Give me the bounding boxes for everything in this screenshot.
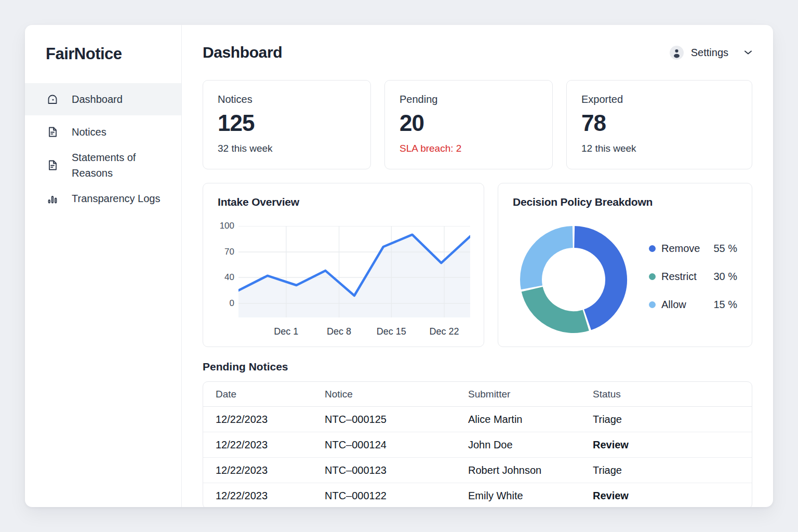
column-header-submitter: Submitter — [468, 389, 593, 400]
table-row[interactable]: 12/22/2023NTC–000125Alice MartinTriage — [203, 407, 752, 432]
page-title: Dashboard — [203, 44, 282, 61]
x-axis-tick: Dec 8 — [316, 326, 363, 337]
cell-date: 12/22/2023 — [216, 490, 325, 502]
app-window: FairNotice Dashboard Notices Statements … — [25, 25, 773, 507]
sidebar-item-label: Transparency Logs — [72, 191, 160, 206]
legend-row-allow: Allow 15 % — [649, 299, 737, 311]
stat-card-pending: Pending 20 SLA breach: 2 — [384, 80, 553, 169]
chevron-down-icon — [744, 50, 752, 55]
legend-value: 30 % — [713, 271, 737, 283]
sidebar-item-label: Notices — [72, 124, 107, 140]
table-body: 12/22/2023NTC–000125Alice MartinTriage12… — [203, 407, 752, 507]
legend-dot — [649, 273, 656, 280]
intake-overview-card: Intake Overview 10070400Dec 1Dec 8Dec 15… — [203, 183, 484, 347]
y-axis-tick: 0 — [217, 298, 234, 309]
sidebar: FairNotice Dashboard Notices Statements … — [25, 25, 182, 507]
donut-ring — [519, 225, 628, 334]
cell-notice: NTC–000122 — [325, 490, 468, 502]
page-header: Dashboard Settings — [203, 25, 752, 80]
legend-dot — [649, 301, 656, 308]
sidebar-item-dashboard[interactable]: Dashboard — [25, 83, 181, 115]
main-content: Dashboard Settings Notices 125 32 this w… — [182, 25, 773, 507]
cell-notice: NTC–000125 — [325, 414, 468, 425]
stat-value: 78 — [581, 110, 737, 136]
sidebar-item-statements-of-reasons[interactable]: Statements of Reasons — [25, 149, 181, 182]
stat-label: Exported — [581, 94, 737, 105]
stat-value: 125 — [218, 110, 356, 136]
chart-title: Intake Overview — [218, 196, 469, 208]
cell-status: Review — [593, 490, 752, 502]
legend-label: Restrict — [661, 271, 708, 283]
charts-row: Intake Overview 10070400Dec 1Dec 8Dec 15… — [203, 183, 752, 347]
stat-card-notices: Notices 125 32 this week — [203, 80, 371, 169]
y-axis-tick: 100 — [217, 221, 234, 231]
line-chart-svg — [238, 226, 470, 317]
table-title: Pending Notices — [203, 361, 752, 373]
dashboard-icon — [46, 92, 59, 106]
x-axis-tick: Dec 1 — [263, 326, 310, 337]
donut-segment-remove — [575, 237, 616, 320]
donut-legend: Remove 55 % Restrict 30 % Allow 15 % — [649, 243, 737, 334]
cell-status: Triage — [593, 464, 752, 476]
pending-notices-table: DateNoticeSubmitterStatus 12/22/2023NTC–… — [203, 381, 752, 507]
cell-submitter: Emily White — [468, 490, 593, 502]
cell-submitter: Alice Martin — [468, 414, 593, 425]
table-row[interactable]: 12/22/2023NTC–000124John DoeReview — [203, 432, 752, 458]
cell-notice: NTC–000123 — [325, 464, 468, 476]
legend-value: 55 % — [713, 243, 737, 255]
column-header-status: Status — [593, 389, 752, 400]
bar-chart-icon — [46, 192, 59, 205]
legend-row-restrict: Restrict 30 % — [649, 271, 737, 283]
legend-label: Remove — [661, 243, 708, 255]
sidebar-item-label: Statements of Reasons — [72, 150, 176, 181]
sidebar-nav: Dashboard Notices Statements of Reasons … — [25, 83, 181, 215]
cell-status: Review — [593, 439, 752, 451]
sla-breach-text: SLA breach: 2 — [400, 143, 538, 154]
document-icon — [46, 158, 59, 172]
y-axis-tick: 40 — [217, 272, 234, 283]
table-row[interactable]: 12/22/2023NTC–000123Robert JohnsonTriage — [203, 458, 752, 483]
sidebar-item-notices[interactable]: Notices — [25, 115, 181, 149]
donut-segment-allow — [531, 237, 573, 287]
legend-dot — [649, 245, 656, 252]
column-header-notice: Notice — [325, 389, 468, 400]
donut-chart: Remove 55 % Restrict 30 % Allow 15 % — [513, 208, 737, 334]
legend-label: Allow — [661, 299, 708, 311]
stat-label: Notices — [218, 94, 356, 105]
cell-date: 12/22/2023 — [216, 414, 325, 425]
x-axis-tick: Dec 15 — [368, 326, 415, 337]
y-axis-tick: 70 — [217, 247, 234, 257]
column-header-date: Date — [216, 389, 325, 400]
cell-date: 12/22/2023 — [216, 439, 325, 451]
settings-label: Settings — [691, 47, 728, 59]
line-chart: 10070400Dec 1Dec 8Dec 15Dec 22 — [238, 226, 470, 317]
legend-value: 15 % — [713, 299, 737, 311]
stat-label: Pending — [400, 94, 538, 105]
document-icon — [46, 125, 59, 139]
cell-notice: NTC–000124 — [325, 439, 468, 451]
cell-submitter: John Doe — [468, 439, 593, 451]
table-row[interactable]: 12/22/2023NTC–000122Emily WhiteReview — [203, 483, 752, 507]
cell-status: Triage — [593, 414, 752, 425]
stats-row: Notices 125 32 this week Pending 20 SLA … — [203, 80, 752, 169]
sidebar-item-transparency-logs[interactable]: Transparency Logs — [25, 182, 181, 215]
app-logo: FairNotice — [25, 25, 181, 63]
chart-title: Decision Policy Breakdown — [513, 196, 737, 208]
cell-date: 12/22/2023 — [216, 464, 325, 476]
stat-subtext: 12 this week — [581, 143, 737, 154]
decision-policy-card: Decision Policy Breakdown Remove 55 % Re… — [498, 183, 752, 347]
stat-value: 20 — [400, 110, 538, 136]
legend-row-remove: Remove 55 % — [649, 243, 737, 255]
stat-subtext: 32 this week — [218, 143, 356, 154]
stat-card-exported: Exported 78 12 this week — [566, 80, 752, 169]
sidebar-item-label: Dashboard — [72, 91, 123, 107]
table-header-row: DateNoticeSubmitterStatus — [203, 382, 752, 407]
settings-button[interactable]: Settings — [670, 46, 752, 60]
x-axis-tick: Dec 22 — [421, 326, 468, 337]
cell-submitter: Robert Johnson — [468, 464, 593, 476]
user-avatar-icon — [670, 46, 684, 60]
donut-segment-restrict — [532, 289, 586, 322]
